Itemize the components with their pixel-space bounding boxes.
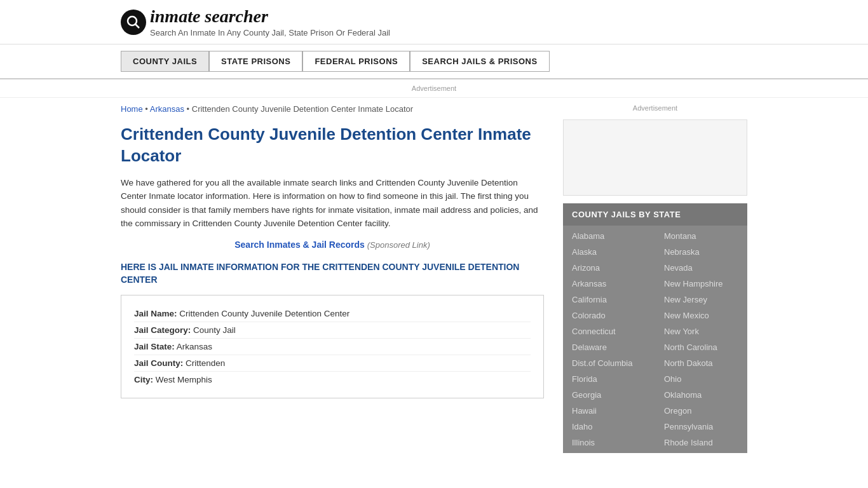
jail-state-label: Jail State: bbox=[134, 342, 175, 351]
state-item[interactable]: Oklahoma bbox=[655, 387, 747, 403]
nav-federal-prisons[interactable]: FEDERAL PRISONS bbox=[302, 51, 410, 72]
state-list: AlabamaMontanaAlaskaNebraskaArizonaNevad… bbox=[563, 226, 747, 453]
state-item[interactable]: Nevada bbox=[655, 260, 747, 276]
state-item[interactable]: Hawaii bbox=[563, 403, 655, 419]
state-item[interactable]: North Carolina bbox=[655, 339, 747, 355]
state-item[interactable]: Ohio bbox=[655, 371, 747, 387]
breadcrumb-sep1: • bbox=[145, 104, 149, 114]
jail-county-row: Jail County: Crittenden bbox=[134, 355, 531, 372]
state-item[interactable]: Pennsylvania bbox=[655, 419, 747, 435]
logo-icon bbox=[121, 10, 146, 35]
state-item[interactable]: Nebraska bbox=[655, 244, 747, 260]
state-item[interactable]: Delaware bbox=[563, 339, 655, 355]
breadcrumb-state[interactable]: Arkansas bbox=[150, 104, 184, 114]
state-item[interactable]: Dist.of Columbia bbox=[563, 355, 655, 371]
jail-category-row: Jail Category: County Jail bbox=[134, 322, 531, 339]
logo-area: inmate searcher Search An Inmate In Any … bbox=[121, 6, 747, 37]
section-heading: HERE IS JAIL INMATE INFORMATION FOR THE … bbox=[121, 261, 544, 286]
state-item[interactable]: Idaho bbox=[563, 419, 655, 435]
sidebar-ad-label: Advertisement bbox=[563, 104, 747, 112]
state-item[interactable]: Montana bbox=[655, 228, 747, 244]
state-item[interactable]: Alabama bbox=[563, 228, 655, 244]
breadcrumb-sep2: • bbox=[187, 104, 192, 114]
sponsored-link-area: Search Inmates & Jail Records (Sponsored… bbox=[121, 240, 544, 250]
nav-search-jails[interactable]: SEARCH JAILS & PRISONS bbox=[410, 51, 549, 72]
jail-name-label: Jail Name: bbox=[134, 309, 177, 318]
svg-point-0 bbox=[128, 17, 137, 25]
state-item[interactable]: New Jersey bbox=[655, 292, 747, 308]
ad-banner-top: Advertisement bbox=[0, 79, 868, 98]
state-item[interactable]: Arizona bbox=[563, 260, 655, 276]
state-item[interactable]: Arkansas bbox=[563, 276, 655, 292]
state-item[interactable]: Illinois bbox=[563, 435, 655, 451]
jail-category-label: Jail Category: bbox=[134, 325, 191, 335]
sponsored-link[interactable]: Search Inmates & Jail Records bbox=[234, 240, 365, 250]
sidebar: Advertisement COUNTY JAILS BY STATE Alab… bbox=[563, 104, 747, 453]
main-layout: Home • Arkansas • Crittenden County Juve… bbox=[0, 104, 868, 453]
county-jails-sidebar: COUNTY JAILS BY STATE AlabamaMontanaAlas… bbox=[563, 203, 747, 453]
svg-line-1 bbox=[135, 24, 139, 28]
jail-city-value: West Memphis bbox=[156, 375, 212, 384]
jail-category-value: County Jail bbox=[193, 325, 236, 335]
county-jails-title: COUNTY JAILS BY STATE bbox=[563, 203, 747, 226]
state-item[interactable]: Colorado bbox=[563, 308, 655, 323]
sponsored-suffix: (Sponsored Link) bbox=[367, 240, 430, 250]
jail-city-row: City: West Memphis bbox=[134, 372, 531, 388]
state-item[interactable]: Connecticut bbox=[563, 323, 655, 339]
jail-county-label: Jail County: bbox=[134, 358, 183, 368]
state-item[interactable]: Oregon bbox=[655, 403, 747, 419]
page-title: Crittenden County Juvenile Detention Cen… bbox=[121, 124, 544, 167]
content-area: Home • Arkansas • Crittenden County Juve… bbox=[121, 104, 544, 453]
state-item[interactable]: New Mexico bbox=[655, 308, 747, 323]
nav-state-prisons[interactable]: STATE PRISONS bbox=[209, 51, 302, 72]
header: inmate searcher Search An Inmate In Any … bbox=[0, 0, 868, 44]
state-item[interactable]: New York bbox=[655, 323, 747, 339]
jail-county-value: Crittenden bbox=[186, 358, 225, 368]
state-item[interactable]: California bbox=[563, 292, 655, 308]
navigation: COUNTY JAILS STATE PRISONS FEDERAL PRISO… bbox=[0, 44, 868, 79]
description-text: We have gathered for you all the availab… bbox=[121, 176, 544, 231]
jail-info-box: Jail Name: Crittenden County Juvenile De… bbox=[121, 295, 544, 398]
breadcrumb: Home • Arkansas • Crittenden County Juve… bbox=[121, 104, 544, 114]
tagline: Search An Inmate In Any County Jail, Sta… bbox=[150, 28, 390, 37]
sidebar-ad-placeholder bbox=[563, 119, 747, 196]
state-item[interactable]: New Hampshire bbox=[655, 276, 747, 292]
site-logo[interactable]: inmate searcher bbox=[150, 6, 390, 27]
breadcrumb-current: Crittenden County Juvenile Detention Cen… bbox=[192, 104, 413, 114]
jail-name-value: Crittenden County Juvenile Detention Cen… bbox=[179, 309, 349, 318]
jail-state-row: Jail State: Arkansas bbox=[134, 339, 531, 355]
state-item[interactable]: Florida bbox=[563, 371, 655, 387]
jail-city-label: City: bbox=[134, 375, 153, 384]
state-item[interactable]: North Dakota bbox=[655, 355, 747, 371]
breadcrumb-home[interactable]: Home bbox=[121, 104, 143, 114]
state-item[interactable]: Alaska bbox=[563, 244, 655, 260]
nav-county-jails[interactable]: COUNTY JAILS bbox=[121, 51, 209, 72]
jail-state-value: Arkansas bbox=[177, 342, 212, 351]
state-item[interactable]: Georgia bbox=[563, 387, 655, 403]
jail-name-row: Jail Name: Crittenden County Juvenile De… bbox=[134, 306, 531, 322]
state-item[interactable]: Rhode Island bbox=[655, 435, 747, 451]
